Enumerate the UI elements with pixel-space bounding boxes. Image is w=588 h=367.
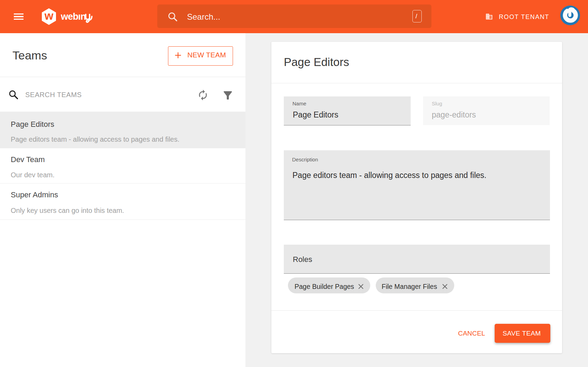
- svg-text:w: w: [44, 9, 54, 22]
